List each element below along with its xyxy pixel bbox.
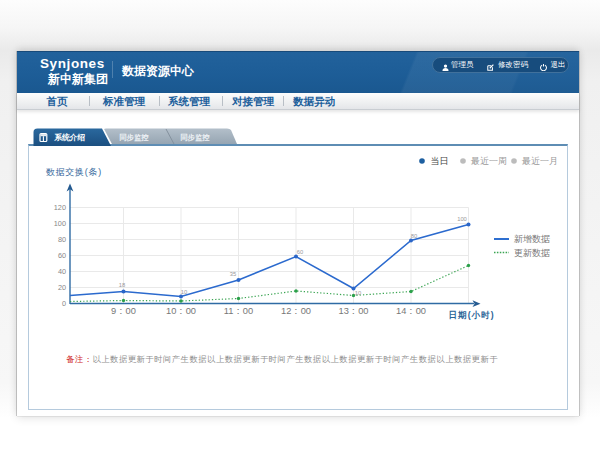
svg-text:当日: 当日 [431,156,449,166]
svg-text:9：00: 9：00 [111,306,136,316]
svg-text:120: 120 [54,203,66,212]
svg-text:新增数据: 新增数据 [514,234,550,244]
svg-text:80: 80 [411,233,417,239]
svg-text:最近一周: 最近一周 [470,156,507,166]
svg-text:20: 20 [58,283,66,292]
svg-text:11：00: 11：00 [224,306,253,316]
svg-text:数据交换(条): 数据交换(条) [46,167,102,177]
svg-text:60: 60 [297,249,303,255]
svg-text:60: 60 [58,251,66,260]
svg-text:12：00: 12：00 [281,306,311,316]
svg-text:100: 100 [54,219,66,228]
svg-text:10：00: 10：00 [166,306,196,316]
svg-text:13：00: 13：00 [339,306,369,316]
svg-text:日期(小时): 日期(小时) [449,310,495,320]
svg-text:最近一月: 最近一月 [521,156,558,166]
svg-text:10: 10 [355,290,361,296]
svg-text:10: 10 [181,289,187,295]
svg-text:0: 0 [62,299,66,308]
svg-text:100: 100 [457,216,467,222]
svg-text:更新数据: 更新数据 [514,248,550,258]
svg-text:40: 40 [58,267,66,276]
svg-text:80: 80 [58,235,66,244]
svg-text:14：00: 14：00 [396,306,426,316]
svg-text:18: 18 [119,282,125,288]
svg-text:35: 35 [230,271,236,277]
